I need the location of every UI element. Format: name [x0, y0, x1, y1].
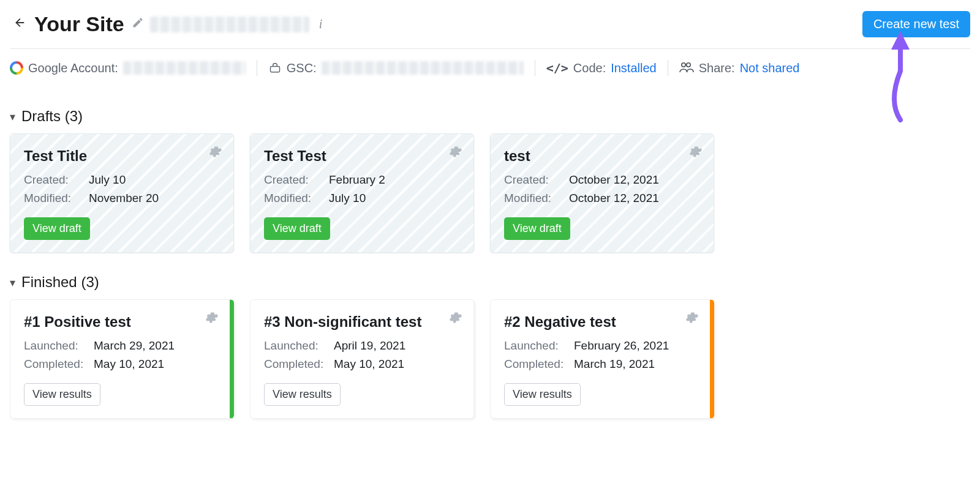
svg-point-2 [686, 62, 690, 66]
card-title: test [504, 148, 700, 165]
gear-icon[interactable] [209, 145, 222, 161]
chevron-down-icon: ▾ [10, 110, 15, 124]
draft-card: Test Test Created:February 2 Modified:Ju… [250, 133, 474, 253]
google-account-item: Google Account: [10, 61, 246, 75]
created-label: Created: [504, 173, 560, 187]
header-left-group: Your Site i [10, 12, 322, 36]
finished-card: #2 Negative test Launched:February 26, 2… [490, 299, 714, 419]
redacted-google-account [123, 61, 246, 75]
finished-card: #3 Non-significant test Launched:April 1… [250, 299, 474, 419]
divider [535, 60, 535, 76]
modified-label: Modified: [504, 192, 560, 205]
share-icon [679, 61, 694, 76]
info-icon[interactable]: i [319, 17, 323, 31]
back-arrow-icon[interactable] [10, 13, 28, 36]
card-title: #1 Positive test [24, 313, 216, 331]
gear-icon[interactable] [449, 311, 462, 327]
redacted-gsc [322, 61, 524, 75]
code-icon: </> [546, 61, 568, 75]
launched-label: Launched: [504, 339, 565, 353]
created-value: July 10 [89, 173, 126, 187]
launched-label: Launched: [24, 339, 85, 353]
share-label: Share: [699, 61, 735, 75]
view-draft-button[interactable]: View draft [24, 217, 90, 240]
created-label: Created: [264, 173, 320, 187]
card-title: Test Title [24, 148, 220, 165]
svg-point-1 [681, 62, 685, 66]
gsc-item: GSC: [268, 61, 524, 75]
modified-label: Modified: [24, 192, 80, 205]
gear-icon[interactable] [449, 145, 462, 161]
code-item: </> Code: Installed [546, 61, 657, 75]
finished-cards: #1 Positive test Launched:March 29, 2021… [10, 299, 970, 419]
google-account-label: Google Account: [28, 61, 118, 75]
chevron-down-icon: ▾ [10, 276, 15, 290]
finished-heading: Finished (3) [21, 274, 99, 291]
modified-value: July 10 [329, 192, 366, 205]
modified-value: November 20 [89, 192, 159, 205]
share-item: Share: Not shared [679, 61, 800, 76]
gsc-label: GSC: [287, 61, 317, 75]
gear-icon[interactable] [685, 311, 699, 327]
code-value-link[interactable]: Installed [611, 61, 657, 75]
create-new-test-button[interactable]: Create new test [862, 11, 970, 37]
divider [257, 60, 257, 76]
created-value: February 2 [329, 173, 385, 187]
svg-rect-0 [270, 67, 279, 72]
drafts-heading: Drafts (3) [21, 108, 83, 125]
gear-icon[interactable] [689, 145, 703, 161]
completed-label: Completed: [24, 357, 85, 371]
draft-card: test Created:October 12, 2021 Modified:O… [490, 133, 714, 253]
modified-label: Modified: [264, 192, 320, 205]
redacted-site-url [150, 17, 309, 32]
gsc-icon [268, 62, 282, 74]
code-label: Code: [573, 61, 606, 75]
modified-value: October 12, 2021 [569, 192, 659, 205]
view-draft-button[interactable]: View draft [264, 217, 330, 240]
finished-toggle[interactable]: ▾ Finished (3) [10, 274, 970, 291]
created-label: Created: [24, 173, 80, 187]
completed-label: Completed: [504, 357, 565, 371]
view-results-button[interactable]: View results [264, 383, 341, 406]
view-results-button[interactable]: View results [504, 383, 581, 406]
page-title: Your Site [34, 12, 124, 36]
finished-card: #1 Positive test Launched:March 29, 2021… [10, 299, 234, 419]
view-draft-button[interactable]: View draft [504, 217, 570, 240]
finished-section: ▾ Finished (3) #1 Positive test Launched… [10, 274, 970, 419]
card-title: #3 Non-significant test [264, 313, 460, 331]
launched-label: Launched: [264, 339, 325, 353]
completed-label: Completed: [264, 357, 325, 371]
drafts-section: ▾ Drafts (3) Test Title Created:July 10 … [10, 108, 970, 253]
view-results-button[interactable]: View results [24, 383, 100, 406]
completed-value: May 10, 2021 [334, 357, 404, 371]
gear-icon[interactable] [205, 311, 219, 327]
drafts-toggle[interactable]: ▾ Drafts (3) [10, 108, 970, 125]
launched-value: April 19, 2021 [334, 339, 405, 353]
google-icon [10, 61, 23, 75]
info-bar: Google Account: GSC: </> Code: Installed… [10, 49, 970, 87]
completed-value: May 10, 2021 [94, 357, 164, 371]
launched-value: March 29, 2021 [94, 339, 175, 353]
card-title: Test Test [264, 148, 460, 165]
launched-value: February 26, 2021 [574, 339, 669, 353]
share-value-link[interactable]: Not shared [740, 61, 800, 75]
created-value: October 12, 2021 [569, 173, 659, 187]
page-header: Your Site i Create new test [10, 11, 970, 49]
drafts-cards: Test Title Created:July 10 Modified:Nove… [10, 133, 970, 253]
draft-card: Test Title Created:July 10 Modified:Nove… [10, 133, 234, 253]
divider [668, 60, 668, 76]
edit-title-icon[interactable] [132, 17, 144, 32]
completed-value: March 19, 2021 [574, 357, 655, 371]
card-title: #2 Negative test [504, 313, 696, 331]
